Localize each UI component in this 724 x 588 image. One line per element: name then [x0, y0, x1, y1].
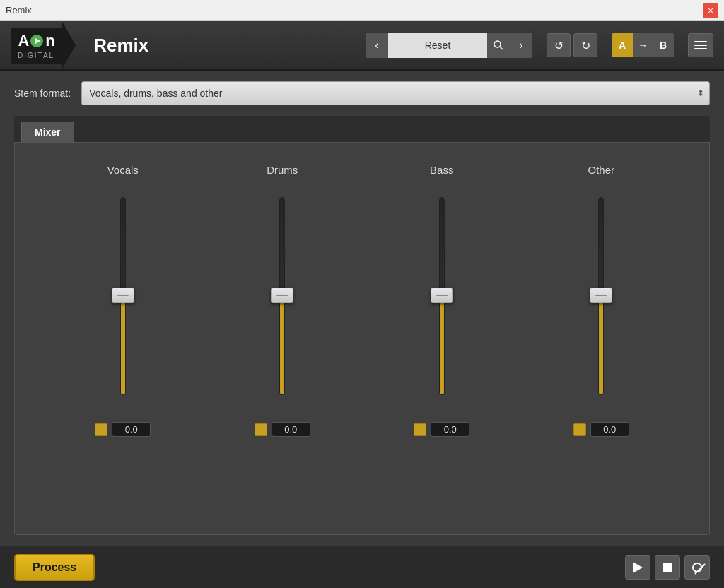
logo-box: A n DIGITAL	[11, 28, 62, 64]
header: A n DIGITAL Remix ‹ Reset › ↺ ↻ A → B	[0, 21, 724, 71]
undo-redo-group: ↺ ↻	[547, 33, 597, 57]
fader-fill-drums	[280, 296, 284, 394]
ab-group: A → B	[612, 33, 674, 57]
hamburger-icon	[691, 38, 710, 52]
level-display-vocals: 0.0	[112, 422, 151, 437]
fader-fill-other	[599, 296, 603, 394]
logo-acon-text2: n	[45, 32, 54, 50]
channel-label-drums: Drums	[267, 164, 298, 176]
close-button[interactable]: ×	[703, 3, 718, 18]
stop-icon	[663, 563, 672, 572]
stop-button[interactable]	[655, 555, 680, 580]
fader-knob-line-other	[595, 295, 607, 296]
fader-knob-line-bass	[436, 295, 448, 296]
mute-button-vocals[interactable]	[95, 423, 107, 436]
bypass-button[interactable]	[684, 555, 710, 580]
stem-format-label: Stem format:	[14, 88, 71, 99]
undo-button[interactable]: ↺	[547, 33, 571, 57]
fader-knob-line-vocals	[117, 295, 129, 296]
ab-button-b[interactable]: B	[653, 33, 674, 57]
fader-track-bass	[439, 197, 445, 395]
fader-track-drums	[279, 197, 285, 395]
logo-chevron	[62, 20, 76, 70]
channel-strip-drums: Drums0.0	[240, 164, 325, 437]
channel-bottom-vocals: 0.0	[95, 422, 151, 437]
title-bar-text: Remix	[6, 5, 32, 16]
play-button[interactable]	[625, 555, 650, 580]
svg-point-0	[494, 41, 501, 47]
channel-label-bass: Bass	[430, 164, 453, 176]
fader-fill-vocals	[121, 296, 125, 394]
logo-area: A n DIGITAL	[11, 20, 76, 70]
logo-acon: A n	[18, 32, 54, 50]
menu-button[interactable]	[688, 33, 713, 57]
transport-controls	[625, 555, 710, 580]
fader-knob-line-drums	[276, 295, 288, 296]
mixer-content: Vocals0.0Drums0.0Bass0.0Other0.0	[14, 142, 710, 535]
svg-line-1	[500, 47, 503, 49]
preset-search-button[interactable]	[487, 33, 510, 58]
preset-next-button[interactable]: ›	[510, 33, 532, 58]
channel-bottom-other: 0.0	[573, 422, 629, 437]
stem-select-wrapper: Vocals, drums, bass and otherVocals and …	[81, 81, 710, 105]
channel-strip-other: Other0.0	[559, 164, 643, 437]
level-display-bass: 0.0	[431, 422, 469, 437]
search-icon	[494, 40, 503, 50]
stem-format-select[interactable]: Vocals, drums, bass and otherVocals and …	[81, 81, 710, 105]
channel-label-vocals: Vocals	[107, 164, 139, 176]
channel-bottom-drums: 0.0	[255, 422, 310, 437]
fader-knob-bass[interactable]	[431, 288, 453, 303]
ab-arrow-button[interactable]: →	[633, 33, 653, 57]
mixer-tabs: Mixer	[14, 116, 710, 142]
preset-label: Reset	[388, 33, 487, 58]
logo-acon-text: A	[18, 32, 28, 50]
logo-digital-text: DIGITAL	[18, 52, 54, 59]
main-content: Stem format: Vocals, drums, bass and oth…	[0, 71, 724, 546]
preset-nav: ‹ Reset ›	[366, 33, 532, 58]
redo-button[interactable]: ↻	[573, 33, 597, 57]
level-display-other: 0.0	[590, 422, 629, 437]
fader-knob-drums[interactable]	[271, 288, 293, 303]
bypass-icon	[692, 563, 702, 572]
title-bar: Remix ×	[0, 0, 724, 21]
fader-track-vocals	[120, 197, 126, 395]
fader-container-bass	[428, 183, 456, 409]
fader-container-other	[587, 183, 615, 409]
process-button[interactable]: Process	[14, 554, 95, 581]
mixer-tab[interactable]: Mixer	[21, 122, 74, 142]
mute-button-other[interactable]	[573, 423, 586, 436]
fader-track-other	[598, 197, 604, 395]
channel-strip-vocals: Vocals0.0	[81, 164, 165, 437]
channel-label-other: Other	[588, 164, 614, 176]
channel-strip-bass: Bass0.0	[399, 164, 484, 437]
logo-play-icon	[30, 35, 43, 47]
mixer-panel: Mixer Vocals0.0Drums0.0Bass0.0Other0.0	[14, 116, 710, 535]
mute-button-bass[interactable]	[414, 423, 426, 436]
mute-button-drums[interactable]	[255, 423, 267, 436]
level-display-drums: 0.0	[272, 422, 310, 437]
play-icon	[633, 562, 643, 573]
footer: Process	[0, 546, 724, 588]
stem-format-row: Stem format: Vocals, drums, bass and oth…	[14, 81, 710, 105]
fader-knob-vocals[interactable]	[112, 288, 134, 303]
fader-container-drums	[268, 183, 296, 409]
fader-container-vocals	[109, 183, 137, 409]
app-title: Remix	[93, 35, 148, 57]
channel-bottom-bass: 0.0	[414, 422, 469, 437]
ab-button-a[interactable]: A	[612, 33, 633, 57]
fader-knob-other[interactable]	[590, 288, 612, 303]
preset-prev-button[interactable]: ‹	[366, 33, 388, 58]
fader-fill-bass	[440, 296, 444, 394]
